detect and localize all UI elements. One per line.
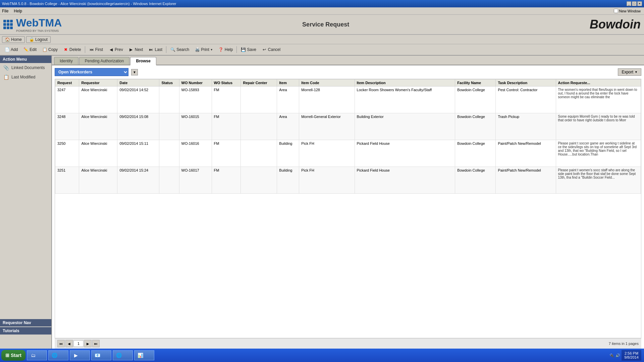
new-window-label: New Window [619, 9, 641, 13]
first-button[interactable]: ⏮ First [87, 46, 105, 53]
col-header-repair-center[interactable]: Repair Center [241, 79, 277, 86]
filter-select[interactable]: Open Workorders All Workorders Closed Wo… [55, 68, 128, 76]
taskbar-app-excel[interactable]: 📊 [134, 350, 154, 360]
cell-item-code: Morrell-General Exterior [299, 113, 355, 140]
sidebar-item-linked-documents[interactable]: 📎 Linked Documents [0, 63, 51, 72]
taskbar-app-media[interactable]: ▶ [70, 350, 90, 360]
tab-browse[interactable]: Browse [130, 57, 156, 65]
cell-item-description: Building Exterior [355, 113, 455, 140]
page-number-input[interactable] [73, 340, 84, 347]
prev-icon: ◀ [108, 47, 114, 52]
main-layout: Action Menu 📎 Linked Documents 📋 Last Mo… [0, 56, 644, 351]
edit-button[interactable]: ✏️ Edit [21, 46, 39, 53]
new-window-area[interactable]: New Window [614, 9, 641, 13]
add-button[interactable]: 📄 Add [2, 46, 20, 53]
cell-request: 3250 [55, 140, 79, 167]
cell-wo-number: WO-16017 [179, 167, 212, 194]
cell-item: Building [277, 140, 299, 167]
export-button[interactable]: Export ▼ [618, 68, 641, 76]
table-row[interactable]: 3248 Alice Wiercinski 09/02/2014 15:08 W… [55, 113, 641, 140]
outlook-icon: 📧 [94, 352, 101, 359]
cell-requestor: Alice Wiercinski [79, 167, 117, 194]
export-dropdown-icon: ▼ [635, 70, 638, 74]
maximize-btn[interactable]: □ [632, 1, 637, 6]
cell-status [159, 140, 179, 167]
taskbar-app-outlook[interactable]: 📧 [91, 350, 111, 360]
first-icon: ⏮ [89, 47, 94, 52]
col-header-wo-status[interactable]: WO Status [212, 79, 241, 86]
cell-item-code: Pick FH [299, 140, 355, 167]
tab-pending-authorization[interactable]: Pending Authorization [79, 57, 130, 65]
col-header-item-description[interactable]: Item Description [355, 79, 455, 86]
logout-button[interactable]: 🔓 Logout [26, 36, 51, 43]
copy-button[interactable]: 📋 Copy [40, 46, 60, 53]
filter-dropdown-button[interactable]: ▼ [131, 69, 138, 75]
start-button[interactable]: ⊞ Start [1, 350, 25, 361]
first-page-button[interactable]: ⏮ [57, 340, 65, 347]
taskbar-app-explorer[interactable]: 🗂 [27, 350, 47, 360]
taskbar: ⊞ Start 🗂 🌐 ▶ 📧 🌐 📊 🔌 🔊 2:56 PM 9/8/2014 [0, 349, 644, 362]
tab-identity[interactable]: Identity [54, 57, 78, 65]
prev-button[interactable]: ◀ Prev [106, 46, 125, 53]
cell-wo-number: WO-15893 [179, 86, 212, 113]
col-header-action-requested[interactable]: Action Requeste... [556, 79, 641, 86]
sidebar-requestor-nav[interactable]: Requestor Nav [0, 319, 51, 326]
ie-icon: 🌐 [51, 352, 58, 359]
minimize-btn[interactable]: _ [627, 1, 631, 6]
sidebar-item-last-modified[interactable]: 📋 Last Modified [0, 72, 51, 82]
table-row[interactable]: 3250 Alice Wiercinski 09/02/2014 15:11 W… [55, 140, 641, 167]
next-button[interactable]: ▶ Next [126, 46, 146, 53]
add-label: Add [11, 47, 18, 52]
taskbar-app-ie2[interactable]: 🌐 [113, 350, 133, 360]
col-header-facility-name[interactable]: Facility Name [455, 79, 496, 86]
file-menu[interactable]: File [2, 9, 8, 13]
cell-status [159, 113, 179, 140]
table-row[interactable]: 3251 Alice Wiercinski 09/02/2014 15:24 W… [55, 167, 641, 194]
col-header-requestor[interactable]: Requestor [79, 79, 117, 86]
col-header-wo-number[interactable]: WO Number [179, 79, 212, 86]
clock-date: 9/8/2014 [624, 355, 639, 359]
cancel-button[interactable]: ↩ Cancel [259, 46, 283, 53]
filter-bar: Open Workorders All Workorders Closed Wo… [55, 68, 641, 76]
col-header-request[interactable]: Request [55, 79, 79, 86]
cell-repair-center [241, 167, 277, 194]
col-header-task-description[interactable]: Task Description [496, 79, 556, 86]
col-header-date[interactable]: Date [117, 79, 159, 86]
delete-label: Delete [69, 47, 81, 52]
col-header-item-code[interactable]: Item Code [299, 79, 355, 86]
search-button[interactable]: 🔍 Search [168, 46, 192, 53]
cell-wo-number: WO-16016 [179, 140, 212, 167]
menu-bar: File Help New Window [0, 7, 644, 15]
excel-icon: 📊 [137, 352, 144, 359]
print-button[interactable]: 🖨️ Print ▼ [192, 46, 215, 53]
home-button[interactable]: 🏠 Home [2, 36, 25, 43]
taskbar-app-ie[interactable]: 🌐 [48, 350, 68, 360]
cell-facility-name: Bowdoin College [455, 86, 496, 113]
clock[interactable]: 2:56 PM 9/8/2014 [622, 350, 641, 361]
print-dropdown-icon: ▼ [210, 48, 213, 51]
cell-item-description: Locker Room Showers Women's Faculty/Staf… [355, 86, 455, 113]
sidebar-tutorials[interactable]: Tutorials [0, 327, 51, 335]
next-page-button[interactable]: ▶ [84, 340, 92, 347]
help-menu[interactable]: Help [14, 9, 22, 13]
title-bar-controls[interactable]: _ □ ✕ [627, 1, 642, 6]
toolbar-sep-2 [166, 46, 166, 53]
pagination-info: 7 items in 1 pages [609, 342, 639, 346]
col-header-status[interactable]: Status [159, 79, 179, 86]
start-label: Start [11, 353, 21, 358]
close-btn[interactable]: ✕ [637, 1, 642, 6]
data-table: Request Requestor Date Status WO Number … [55, 79, 641, 194]
print-icon: 🖨️ [195, 47, 200, 52]
last-page-button[interactable]: ⏭ [92, 340, 100, 347]
col-header-item[interactable]: Item [277, 79, 299, 86]
new-window-checkbox[interactable] [614, 9, 618, 13]
save-button[interactable]: 💾 Save [238, 46, 258, 53]
data-table-wrapper[interactable]: Request Requestor Date Status WO Number … [55, 79, 641, 338]
help-button[interactable]: ❓ Help [216, 46, 235, 53]
last-button[interactable]: ⏭ Last [146, 46, 165, 53]
table-row[interactable]: 3247 Alice Wiercinski 09/02/2014 14:52 W… [55, 86, 641, 113]
cell-action-requested: The women's reported that flies/bugs in … [556, 86, 641, 113]
prev-page-button[interactable]: ◀ [65, 340, 73, 347]
delete-button[interactable]: ✖ Delete [61, 46, 84, 53]
copy-icon: 📋 [42, 47, 47, 52]
